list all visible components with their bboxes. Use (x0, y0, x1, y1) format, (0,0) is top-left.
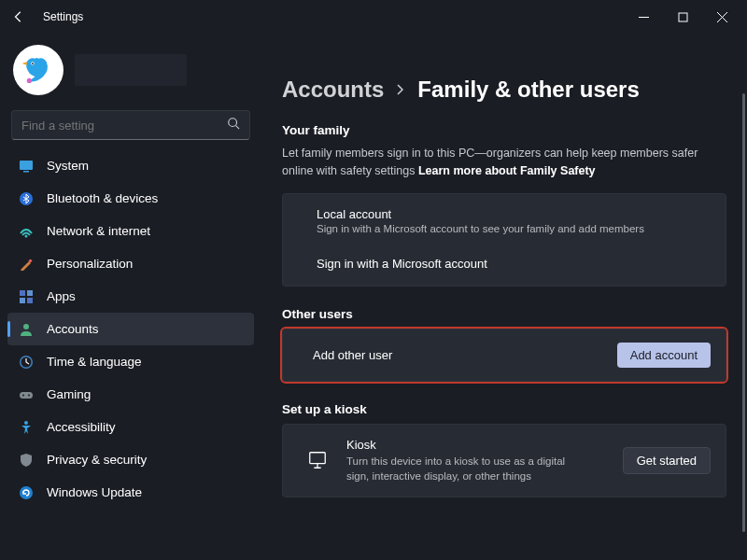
kiosk-sub: Turn this device into a kiosk to use as … (346, 454, 571, 483)
sidebar-item-label: Gaming (47, 387, 91, 401)
svg-point-18 (22, 394, 24, 396)
get-started-button[interactable]: Get started (623, 447, 711, 474)
arrow-left-icon (12, 10, 25, 23)
sidebar-item-label: Apps (47, 289, 76, 303)
svg-point-3 (27, 78, 32, 83)
search-box[interactable] (11, 110, 250, 140)
apps-icon (19, 289, 34, 304)
personalization-icon (19, 257, 34, 272)
sidebar-item-apps[interactable]: Apps (7, 280, 254, 313)
minimize-icon (639, 12, 649, 22)
titlebar: Settings (0, 0, 747, 34)
scrollbar[interactable] (742, 93, 745, 532)
svg-rect-6 (23, 171, 29, 173)
sidebar-item-label: Bluetooth & devices (47, 191, 158, 205)
gaming-icon (19, 387, 34, 402)
search-icon (227, 117, 240, 133)
sidebar-item-label: Personalization (47, 257, 133, 271)
bird-avatar-icon (19, 50, 58, 90)
svg-rect-12 (20, 298, 25, 303)
accessibility-icon (19, 420, 34, 435)
maximize-icon (678, 12, 688, 22)
local-account-title: Local account (317, 207, 692, 221)
add-other-user-label: Add other user (298, 348, 602, 362)
accounts-icon (19, 322, 34, 337)
user-row[interactable] (7, 37, 254, 108)
sidebar-item-label: Accounts (47, 322, 99, 336)
kiosk-title: Kiosk (346, 438, 606, 452)
svg-point-8 (25, 234, 28, 237)
system-icon (19, 159, 34, 174)
sidebar-item-label: Accessibility (47, 420, 116, 434)
sidebar-item-network[interactable]: Network & internet (7, 215, 254, 247)
local-account-card: Local account Sign in with a Microsoft a… (282, 193, 726, 287)
breadcrumb: Accounts Family & other users (282, 77, 726, 103)
sidebar-item-gaming[interactable]: Gaming (7, 378, 254, 411)
sidebar-item-accessibility[interactable]: Accessibility (7, 411, 254, 443)
sidebar-item-time[interactable]: Time & language (7, 345, 254, 378)
breadcrumb-leaf: Family & other users (417, 77, 639, 103)
maximize-button[interactable] (663, 3, 702, 31)
sidebar-item-label: Privacy & security (47, 453, 147, 467)
local-account-sub: Sign in with a Microsoft account to see … (317, 223, 692, 234)
bluetooth-icon (19, 191, 34, 206)
family-safety-link[interactable]: Learn more about Family Safety (418, 164, 596, 177)
sidebar-item-personalization[interactable]: Personalization (7, 247, 254, 280)
family-description: Let family members sign in to this PC—or… (282, 145, 726, 180)
add-account-button[interactable]: Add account (617, 343, 711, 368)
svg-rect-17 (20, 392, 33, 399)
svg-rect-22 (310, 453, 326, 464)
search-input[interactable] (21, 119, 227, 133)
svg-rect-5 (20, 161, 33, 170)
time-icon (19, 355, 34, 370)
add-other-user-card: Add other user Add account (282, 329, 726, 382)
svg-point-20 (24, 421, 28, 425)
sidebar-item-label: Time & language (47, 355, 142, 369)
sign-in-microsoft-link[interactable]: Sign in with a Microsoft account (283, 244, 726, 286)
breadcrumb-root[interactable]: Accounts (282, 77, 384, 103)
privacy-icon (19, 453, 34, 468)
sidebar-item-privacy[interactable]: Privacy & security (7, 443, 254, 476)
kiosk-heading: Set up a kiosk (282, 402, 726, 416)
avatar (13, 45, 63, 95)
minimize-button[interactable] (624, 3, 663, 31)
sidebar-item-update[interactable]: Windows Update (7, 476, 254, 509)
sidebar-item-system[interactable]: System (7, 149, 254, 182)
network-icon (19, 224, 34, 239)
user-name-redacted (75, 54, 187, 86)
sidebar-item-bluetooth[interactable]: Bluetooth & devices (7, 182, 254, 215)
nav-list: SystemBluetooth & devicesNetwork & inter… (7, 149, 254, 509)
family-heading: Your family (282, 123, 726, 137)
back-button[interactable] (6, 4, 32, 30)
other-users-heading: Other users (282, 307, 726, 321)
svg-rect-13 (27, 298, 33, 303)
svg-point-21 (20, 486, 33, 499)
svg-point-4 (229, 119, 237, 127)
window-title: Settings (43, 10, 83, 23)
svg-point-14 (23, 324, 29, 329)
update-icon (19, 485, 34, 500)
sidebar-item-label: Windows Update (47, 485, 142, 499)
chevron-right-icon (395, 80, 406, 100)
close-icon (717, 12, 727, 22)
sidebar-item-label: System (47, 159, 89, 173)
sidebar-item-accounts[interactable]: Accounts (7, 313, 254, 345)
svg-point-2 (32, 63, 34, 64)
kiosk-icon (305, 450, 330, 470)
main-panel: Accounts Family & other users Your famil… (261, 34, 747, 560)
svg-rect-0 (679, 13, 687, 21)
svg-point-19 (28, 394, 30, 396)
svg-rect-11 (27, 290, 33, 296)
close-button[interactable] (702, 3, 741, 31)
sidebar-item-label: Network & internet (47, 224, 150, 238)
svg-rect-10 (20, 290, 25, 296)
kiosk-card: Kiosk Turn this device into a kiosk to u… (282, 424, 726, 497)
sidebar: SystemBluetooth & devicesNetwork & inter… (0, 34, 261, 560)
